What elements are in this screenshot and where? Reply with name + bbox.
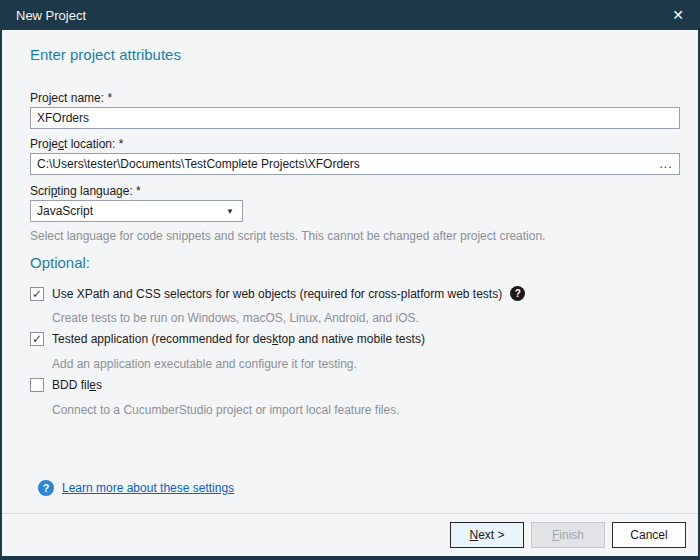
chevron-down-icon: ▼ [226, 207, 242, 216]
cancel-button[interactable]: Cancel [612, 522, 686, 548]
xpath-css-checkbox[interactable]: ✓ [30, 287, 44, 301]
xpath-css-help: Create tests to be run on Windows, macOS… [52, 311, 419, 325]
scripting-language-select[interactable]: JavaScript ▼ [30, 200, 243, 222]
bdd-files-checkbox-row[interactable]: BDD files [30, 378, 102, 392]
xpath-css-checkbox-label: Use XPath and CSS selectors for web obje… [52, 287, 502, 301]
xpath-css-info-icon[interactable]: ? [510, 286, 525, 301]
tested-application-checkbox-row[interactable]: ✓ Tested application (recommended for de… [30, 332, 425, 346]
learn-more-link[interactable]: Learn more about these settings [62, 481, 234, 495]
page-title: Enter project attributes [30, 46, 181, 63]
project-location-field: ... [30, 153, 680, 175]
bdd-files-checkbox-label: BDD files [52, 378, 102, 392]
xpath-css-checkbox-row[interactable]: ✓ Use XPath and CSS selectors for web ob… [30, 286, 525, 301]
learn-more-row: ? Learn more about these settings [38, 480, 234, 496]
project-name-input[interactable] [30, 107, 680, 129]
optional-heading: Optional: [30, 254, 90, 271]
project-name-label: Project name: * [30, 91, 112, 105]
scripting-language-help: Select language for code snippets and sc… [30, 229, 545, 243]
new-project-dialog: New Project ✕ Enter project attributes P… [0, 0, 700, 560]
browse-button[interactable]: ... [653, 154, 679, 174]
tested-application-help: Add an application executable and config… [52, 357, 357, 371]
finish-button: Finish [531, 522, 605, 548]
help-icon: ? [38, 480, 54, 496]
scripting-language-value: JavaScript [37, 204, 226, 218]
dialog-body: Enter project attributes Project name: *… [2, 30, 698, 556]
titlebar: New Project ✕ [0, 0, 700, 30]
close-icon[interactable]: ✕ [656, 0, 700, 30]
bdd-files-help: Connect to a CucumberStudio project or i… [52, 403, 400, 417]
footer-divider [2, 513, 698, 514]
project-location-input[interactable] [31, 154, 653, 174]
project-location-label: Project location: * [30, 137, 123, 151]
dialog-title: New Project [16, 8, 656, 23]
tested-application-checkbox-label: Tested application (recommended for desk… [52, 332, 425, 346]
bdd-files-checkbox[interactable] [30, 378, 44, 392]
scripting-language-label: Scripting language: * [30, 184, 141, 198]
next-button[interactable]: Next > [450, 522, 524, 548]
tested-application-checkbox[interactable]: ✓ [30, 332, 44, 346]
